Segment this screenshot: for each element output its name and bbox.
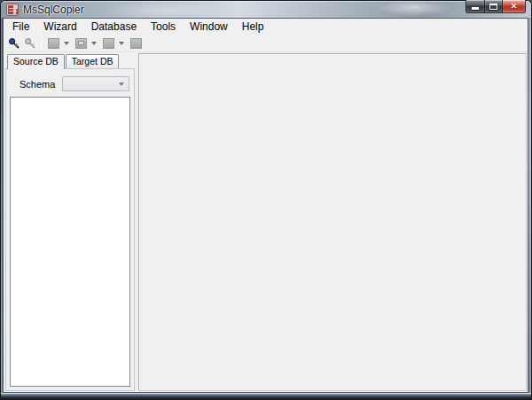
connect-button[interactable]	[7, 36, 21, 51]
copy-table-button[interactable]	[46, 36, 60, 51]
minimize-button[interactable]	[466, 0, 484, 13]
copy-data-icon	[103, 38, 114, 49]
toolbar	[4, 35, 528, 52]
menu-database[interactable]: Database	[84, 19, 144, 35]
connect-key-icon	[8, 37, 20, 50]
source-db-tab-page: Schema	[5, 68, 135, 391]
toolbar-separator	[41, 37, 42, 50]
db-tab-control: Source DB Target DB Schema	[5, 53, 135, 391]
maximize-icon	[489, 4, 497, 10]
content-area: Source DB Target DB Schema	[4, 52, 528, 392]
client-area: File Wizard Database Tools Window Help	[3, 18, 528, 393]
disconnect-key-icon	[24, 37, 36, 50]
menu-window[interactable]: Window	[183, 19, 235, 35]
workspace-panel	[138, 53, 527, 391]
window-controls: ✕	[466, 0, 526, 13]
schema-combobox[interactable]	[62, 76, 129, 91]
app-window: MsSqlCopier ✕ File Wizard Database Tools…	[0, 0, 532, 400]
schema-label: Schema	[20, 79, 55, 90]
tab-strip: Source DB Target DB	[5, 53, 135, 68]
maximize-button[interactable]	[484, 0, 503, 13]
preview-dropdown-icon[interactable]	[91, 42, 97, 45]
copy-table-icon	[48, 38, 59, 49]
close-button[interactable]: ✕	[503, 0, 526, 13]
preview-window-icon	[75, 38, 87, 49]
menu-tools[interactable]: Tools	[144, 19, 183, 35]
app-icon	[6, 4, 19, 16]
minimize-icon	[472, 7, 479, 10]
copy-data-button[interactable]	[101, 36, 115, 51]
close-icon: ✕	[511, 3, 518, 11]
copy-table-dropdown-icon[interactable]	[64, 42, 69, 45]
schema-row: Schema	[11, 76, 129, 91]
stop-button[interactable]	[129, 36, 143, 51]
tab-source-db[interactable]: Source DB	[7, 54, 65, 69]
stop-icon	[130, 38, 142, 49]
chevron-down-icon	[119, 82, 124, 86]
menu-file[interactable]: File	[5, 19, 36, 35]
tab-target-db[interactable]: Target DB	[66, 54, 120, 68]
title-bar[interactable]: MsSqlCopier	[1, 1, 531, 18]
menu-help[interactable]: Help	[235, 19, 271, 35]
window-title: MsSqlCopier	[23, 4, 84, 16]
disconnect-button[interactable]	[23, 36, 37, 51]
menu-wizard[interactable]: Wizard	[36, 19, 83, 35]
preview-button[interactable]	[74, 36, 88, 51]
menu-bar: File Wizard Database Tools Window Help	[4, 19, 528, 35]
copy-data-dropdown-icon[interactable]	[119, 42, 124, 45]
table-listbox[interactable]	[10, 97, 130, 387]
